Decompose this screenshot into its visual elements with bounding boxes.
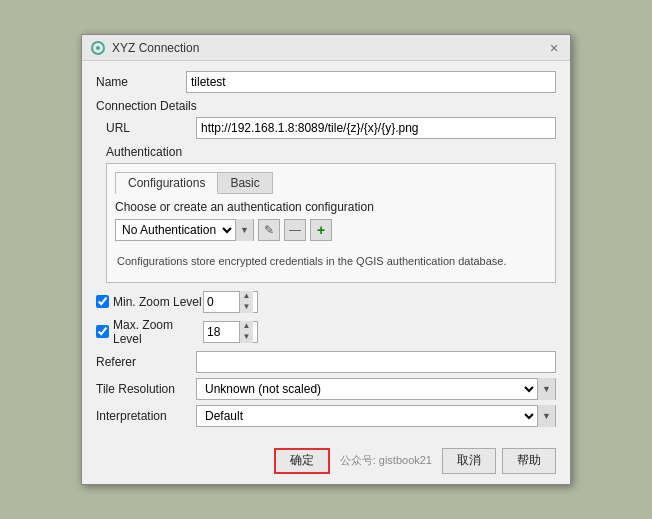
tile-resolution-label: Tile Resolution [96,382,196,396]
close-button[interactable]: × [546,40,562,56]
dialog-body: Name Connection Details URL Authenticati… [82,61,570,442]
auth-select-arrow-icon: ▼ [235,219,253,241]
auth-info-text: Configurations store encrypted credentia… [115,249,547,274]
max-zoom-label: Max. Zoom Level [113,318,203,346]
referer-label: Referer [96,355,196,369]
referer-row: Referer [96,351,556,373]
name-row: Name [96,71,556,93]
tile-resolution-arrow-icon: ▼ [537,378,555,400]
max-zoom-checkbox[interactable] [96,325,109,338]
min-zoom-spinbox: ▲ ▼ [203,291,258,313]
xyz-connection-dialog: XYZ Connection × Name Connection Details… [81,34,571,485]
interpretation-label: Interpretation [96,409,196,423]
auth-edit-button[interactable]: ✎ [258,219,280,241]
auth-tabs: Configurations Basic [115,172,547,194]
authentication-label: Authentication [106,145,556,159]
tile-resolution-row: Tile Resolution Unknown (not scaled) Sta… [96,378,556,400]
name-input[interactable] [186,71,556,93]
name-label: Name [96,75,186,89]
min-zoom-down-btn[interactable]: ▼ [239,302,253,313]
title-bar-icon [90,40,106,56]
interpretation-select[interactable]: Default MapTiler [197,406,537,426]
auth-select[interactable]: No Authentication [116,220,235,240]
help-button[interactable]: 帮助 [502,448,556,474]
svg-point-1 [96,46,100,50]
url-label: URL [106,121,196,135]
url-input[interactable] [196,117,556,139]
tab-configurations[interactable]: Configurations [115,172,218,194]
title-bar-title: XYZ Connection [112,41,546,55]
interpretation-select-wrap: Default MapTiler ▼ [196,405,556,427]
auth-remove-button[interactable]: — [284,219,306,241]
auth-controls: No Authentication ▼ ✎ — + [115,219,547,241]
max-zoom-input[interactable] [204,322,239,342]
title-bar: XYZ Connection × [82,35,570,61]
max-zoom-row: Max. Zoom Level ▲ ▼ [96,318,556,346]
max-zoom-spinbox: ▲ ▼ [203,321,258,343]
max-zoom-spinbox-btns: ▲ ▼ [239,321,253,343]
dialog-footer: 确定 公众号: gistbook21 取消 帮助 [82,442,570,484]
tab-basic[interactable]: Basic [217,172,272,194]
auth-choose-label: Choose or create an authentication confi… [115,200,547,214]
url-row: URL [106,117,556,139]
interpretation-arrow-icon: ▼ [537,405,555,427]
min-zoom-row: Min. Zoom Level ▲ ▼ [96,291,556,313]
max-zoom-down-btn[interactable]: ▼ [239,332,253,343]
referer-input[interactable] [196,351,556,373]
auth-add-button[interactable]: + [310,219,332,241]
auth-box: Configurations Basic Choose or create an… [106,163,556,283]
min-zoom-checkbox[interactable] [96,295,109,308]
min-zoom-label: Min. Zoom Level [113,295,203,309]
min-zoom-input[interactable] [204,292,239,312]
max-zoom-up-btn[interactable]: ▲ [239,321,253,332]
min-zoom-spinbox-btns: ▲ ▼ [239,291,253,313]
watermark-text: 公众号: gistbook21 [340,453,432,468]
connection-details-label: Connection Details [96,99,556,113]
tile-resolution-select[interactable]: Unknown (not scaled) Standard (96 DPI) H… [197,379,537,399]
interpretation-row: Interpretation Default MapTiler ▼ [96,405,556,427]
min-zoom-up-btn[interactable]: ▲ [239,291,253,302]
cancel-button[interactable]: 取消 [442,448,496,474]
auth-select-wrap: No Authentication ▼ [115,219,254,241]
ok-button[interactable]: 确定 [274,448,330,474]
tile-resolution-select-wrap: Unknown (not scaled) Standard (96 DPI) H… [196,378,556,400]
